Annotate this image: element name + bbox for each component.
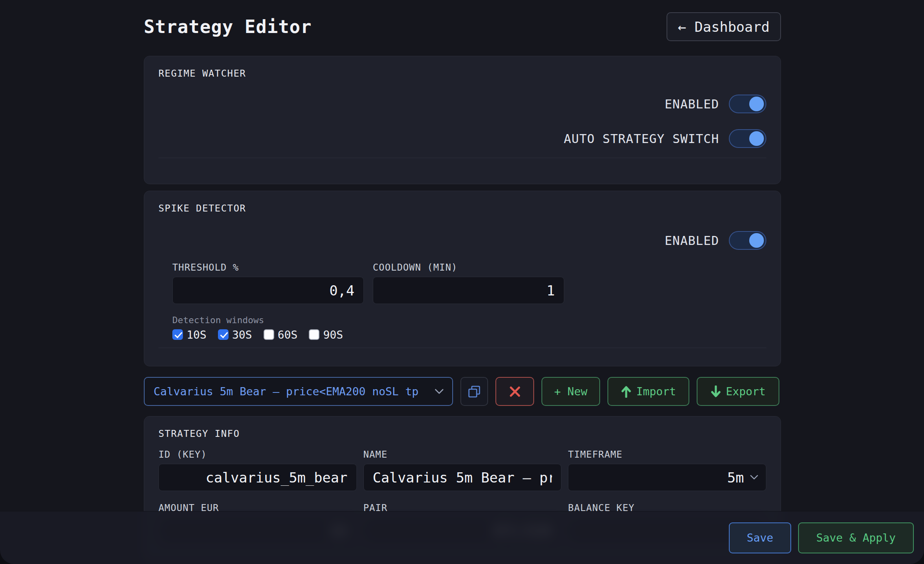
strategy-info-title: STRATEGY INFO <box>158 428 766 439</box>
section-divider <box>158 348 766 348</box>
detection-windows-row: 10S 30S 60S 90S <box>172 329 766 340</box>
spike-enabled-label: ENABLED <box>665 234 719 248</box>
auto-strategy-switch-row: AUTO STRATEGY SWITCH <box>158 129 766 148</box>
cooldown-label: COOLDOWN (MIN) <box>373 262 564 273</box>
window-90s-label: 90S <box>323 328 343 341</box>
name-input[interactable] <box>363 464 562 491</box>
threshold-label: THRESHOLD % <box>172 262 364 273</box>
name-field: NAME <box>363 449 562 491</box>
import-strategy-label: Import <box>636 385 676 398</box>
window-90s-checkbox[interactable] <box>309 329 319 340</box>
x-icon <box>509 386 521 397</box>
window-30s-label: 30S <box>232 328 252 341</box>
cooldown-input[interactable] <box>373 277 564 304</box>
dashboard-button[interactable]: ← Dashboard <box>667 12 781 41</box>
spike-enabled-toggle[interactable] <box>729 231 766 250</box>
copy-icon <box>466 384 482 399</box>
spike-detector-title: SPIKE DETECTOR <box>158 203 766 214</box>
timeframe-select[interactable]: 5m <box>568 464 766 491</box>
delete-strategy-button[interactable] <box>495 377 534 406</box>
arrow-down-icon <box>711 386 721 398</box>
window-10s-label: 10S <box>187 328 207 341</box>
name-label: NAME <box>363 449 562 460</box>
strategy-select-value: Calvarius 5m Bear — price<EMA200 noSL tp <box>154 385 418 398</box>
toggle-knob <box>749 233 764 248</box>
toggle-knob <box>749 97 764 111</box>
window-30s-checkbox[interactable] <box>218 329 229 340</box>
duplicate-strategy-button[interactable] <box>460 377 488 406</box>
window-60s-option[interactable]: 60S <box>264 328 298 341</box>
strategy-editor-app: Strategy Editor ← Dashboard REGIME WATCH… <box>0 0 924 564</box>
auto-strategy-switch-toggle[interactable] <box>729 129 766 148</box>
spike-detector-card: SPIKE DETECTOR ENABLED THRESHOLD % COOLD… <box>144 191 781 366</box>
import-strategy-button[interactable]: Import <box>607 377 689 406</box>
regime-enabled-row: ENABLED <box>158 95 766 113</box>
window-90s-option[interactable]: 90S <box>309 328 343 341</box>
timeframe-field: TIMEFRAME 5m <box>568 449 766 491</box>
window-10s-checkbox[interactable] <box>172 329 183 340</box>
timeframe-value: 5m <box>727 469 744 486</box>
spike-fields-row: THRESHOLD % COOLDOWN (MIN) <box>172 262 766 304</box>
strategy-select[interactable]: Calvarius 5m Bear — price<EMA200 noSL tp <box>144 377 453 406</box>
id-key-label: ID (KEY) <box>158 449 357 460</box>
regime-watcher-card: REGIME WATCHER ENABLED AUTO STRATEGY SWI… <box>144 56 781 184</box>
cooldown-field: COOLDOWN (MIN) <box>373 262 564 304</box>
arrow-up-icon <box>621 386 631 398</box>
regime-enabled-label: ENABLED <box>665 97 719 111</box>
chevron-down-icon <box>750 474 759 480</box>
regime-watcher-title: REGIME WATCHER <box>158 68 766 79</box>
window-60s-label: 60S <box>278 328 298 341</box>
regime-enabled-toggle[interactable] <box>729 95 766 113</box>
window-60s-checkbox[interactable] <box>264 329 274 340</box>
save-button[interactable]: Save <box>729 522 791 553</box>
id-key-field: ID (KEY) <box>158 449 357 491</box>
export-strategy-label: Export <box>726 385 766 398</box>
auto-strategy-switch-label: AUTO STRATEGY SWITCH <box>564 132 719 146</box>
strategy-info-row-1: ID (KEY) NAME TIMEFRAME 5m <box>158 449 766 491</box>
new-strategy-label: + New <box>554 385 587 398</box>
chevron-down-icon <box>434 388 444 395</box>
new-strategy-button[interactable]: + New <box>541 377 600 406</box>
page-title: Strategy Editor <box>144 16 312 37</box>
id-key-input[interactable] <box>158 464 357 491</box>
window-30s-option[interactable]: 30S <box>218 328 252 341</box>
header: Strategy Editor ← Dashboard <box>144 12 781 41</box>
threshold-field: THRESHOLD % <box>172 262 364 304</box>
footer-action-bar: Save Save & Apply <box>0 511 924 564</box>
window-10s-option[interactable]: 10S <box>172 328 207 341</box>
detection-windows-label: Detection windows <box>172 315 766 326</box>
section-divider <box>158 158 766 158</box>
save-apply-button[interactable]: Save & Apply <box>798 522 914 553</box>
threshold-input[interactable] <box>172 277 364 304</box>
spike-enabled-row: ENABLED <box>158 231 766 250</box>
strategy-bar: Calvarius 5m Bear — price<EMA200 noSL tp… <box>144 377 781 406</box>
timeframe-label: TIMEFRAME <box>568 449 766 460</box>
export-strategy-button[interactable]: Export <box>697 377 779 406</box>
toggle-knob <box>749 131 764 146</box>
